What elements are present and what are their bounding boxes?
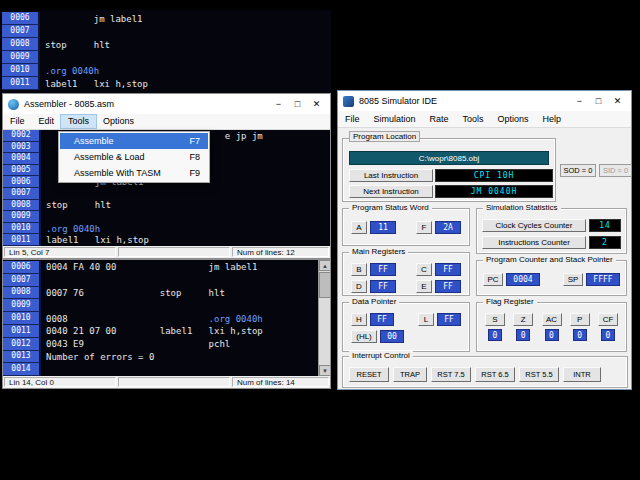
- register-f-button[interactable]: F: [416, 221, 432, 234]
- rst75-button[interactable]: RST 7.5: [431, 367, 471, 382]
- minimize-icon[interactable]: −: [571, 94, 588, 109]
- menu-tools[interactable]: Tools: [456, 113, 491, 126]
- register-b-button[interactable]: B: [351, 263, 367, 276]
- menu-tools[interactable]: Tools: [61, 115, 96, 128]
- close-icon[interactable]: ✕: [609, 94, 626, 109]
- assembler-window: Assembler - 8085.asm − □ ✕ File Edit Too…: [2, 93, 331, 259]
- instructions-counter-button[interactable]: Instructions Counter: [482, 236, 586, 249]
- listing-view[interactable]: 0006 0004 FA 40 00 jm label1 0007 0008 0…: [3, 260, 330, 376]
- hl-memory-button[interactable]: (HL): [351, 330, 377, 343]
- menu-item-label: Assemble: [74, 136, 114, 146]
- flag-cf-button[interactable]: CF: [598, 313, 618, 326]
- code-text: 0043 E9 pchl: [46, 338, 230, 351]
- register-e-button[interactable]: E: [416, 280, 432, 293]
- menu-item-assemble-load[interactable]: Assemble & Load F8: [60, 149, 208, 165]
- menu-item-assemble[interactable]: Assemble F7: [60, 133, 208, 149]
- rst55-button[interactable]: RST 5.5: [519, 367, 559, 382]
- maximize-icon[interactable]: □: [289, 97, 306, 112]
- code-row: 0008 stop hlt: [2, 38, 331, 51]
- code-row: 0011 label1 lxi h,stop: [2, 77, 331, 90]
- assembler-app-icon: [8, 99, 19, 110]
- clock-cycles-counter-button[interactable]: Clock Cycles Counter: [482, 219, 586, 232]
- flag-p-value[interactable]: 0: [573, 329, 587, 341]
- scroll-up-icon[interactable]: ▲: [319, 260, 330, 271]
- pc-value[interactable]: 0004: [506, 273, 540, 286]
- register-h-value[interactable]: FF: [370, 313, 394, 326]
- line-number: 0010: [2, 64, 40, 77]
- menu-options[interactable]: Options: [96, 115, 141, 128]
- register-c-value[interactable]: FF: [435, 263, 461, 276]
- flag-p-button[interactable]: P: [570, 313, 590, 326]
- program-path-field[interactable]: C:\wopr\8085.obj: [349, 151, 549, 165]
- code-row: 0011 0040 21 07 00 label1 lxi h,stop: [3, 325, 330, 338]
- scroll-down-icon[interactable]: ▼: [319, 365, 330, 376]
- statistics-group-label: Simulation Statistics: [483, 203, 561, 212]
- register-a-button[interactable]: A: [351, 221, 367, 234]
- register-b-value[interactable]: FF: [370, 263, 396, 276]
- code-text: label1 lxi h,stop: [45, 77, 148, 90]
- flag-ac-value[interactable]: 0: [545, 329, 559, 341]
- menu-file[interactable]: File: [3, 115, 32, 128]
- register-l-value[interactable]: FF: [437, 313, 461, 326]
- register-l-button[interactable]: L: [418, 313, 434, 326]
- register-d-button[interactable]: D: [351, 280, 367, 293]
- line-number: 0010: [3, 223, 41, 235]
- simulator-menubar: File Simulation Rate Tools Options Help: [338, 111, 631, 128]
- code-row: 0008 0007 76 stop hlt: [3, 287, 330, 300]
- flag-z-button[interactable]: Z: [513, 313, 533, 326]
- menu-simulation[interactable]: Simulation: [367, 113, 423, 126]
- register-e-value[interactable]: FF: [435, 280, 461, 293]
- line-number: 0007: [3, 274, 41, 287]
- line-number: 0009: [2, 51, 40, 64]
- menu-rate[interactable]: Rate: [423, 113, 456, 126]
- close-icon[interactable]: ✕: [308, 97, 325, 112]
- scrollbar-thumb[interactable]: [319, 272, 330, 298]
- trap-button[interactable]: TRAP: [393, 367, 427, 382]
- menu-options[interactable]: Options: [491, 113, 536, 126]
- hl-memory-value[interactable]: 00: [380, 330, 404, 343]
- code-row: 0009: [3, 299, 330, 312]
- flag-z-value[interactable]: 0: [516, 329, 530, 341]
- sid-indicator: SID = 0: [599, 164, 632, 177]
- code-row: 0010 .org 0040h: [3, 223, 330, 235]
- register-f-value[interactable]: 2A: [435, 221, 461, 234]
- flag-cf-value[interactable]: 0: [601, 329, 615, 341]
- intr-button[interactable]: INTR: [563, 367, 601, 382]
- assembler-titlebar: Assembler - 8085.asm − □ ✕: [3, 94, 330, 114]
- register-d-value[interactable]: FF: [370, 280, 396, 293]
- line-number: 0006: [2, 12, 40, 25]
- line-number: 0012: [3, 338, 41, 351]
- next-instruction-button[interactable]: Next Instruction: [349, 185, 433, 198]
- line-number: 0014: [3, 363, 41, 376]
- flag-s-value[interactable]: 0: [488, 329, 502, 341]
- code-row: 0012 0043 E9 pchl: [3, 338, 330, 351]
- menu-item-assemble-tasm[interactable]: Assemble With TASM F9: [60, 165, 208, 181]
- flag-s-button[interactable]: S: [485, 313, 505, 326]
- menu-file[interactable]: File: [338, 113, 367, 126]
- sp-button[interactable]: SP: [563, 273, 583, 286]
- pc-sp-group-label: Program Counter and Stack Pointer: [483, 255, 616, 264]
- rst65-button[interactable]: RST 6.5: [475, 367, 515, 382]
- maximize-icon[interactable]: □: [590, 94, 607, 109]
- flag-ac-button[interactable]: AC: [542, 313, 562, 326]
- last-instruction-button[interactable]: Last Instruction: [349, 169, 433, 182]
- minimize-icon[interactable]: −: [270, 97, 287, 112]
- next-instruction-display: JM 0040H: [435, 185, 553, 198]
- sp-value[interactable]: FFFF: [586, 273, 620, 286]
- reset-button[interactable]: RESET: [349, 367, 389, 382]
- window-controls: − □ ✕: [571, 94, 626, 109]
- code-text: 0008: [46, 312, 209, 325]
- register-a-value[interactable]: 11: [370, 221, 396, 234]
- data-pointer-label: Data Pointer: [349, 297, 399, 306]
- code-text: label1 lxi h,stop: [46, 234, 149, 246]
- menu-help[interactable]: Help: [536, 113, 569, 126]
- listing-window: 0006 0004 FA 40 00 jm label1 0007 0008 0…: [2, 259, 331, 389]
- code-row: 0009: [3, 211, 330, 223]
- menu-edit[interactable]: Edit: [32, 115, 62, 128]
- register-c-button[interactable]: C: [416, 263, 432, 276]
- pc-button[interactable]: PC: [483, 273, 503, 286]
- register-h-button[interactable]: H: [351, 313, 367, 326]
- vertical-scrollbar[interactable]: ▲ ▼: [318, 260, 330, 376]
- flag-register-label: Flag Register: [483, 297, 537, 306]
- menu-item-label: Assemble With TASM: [74, 168, 161, 178]
